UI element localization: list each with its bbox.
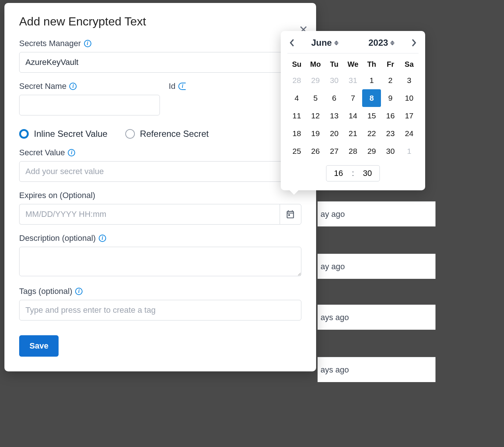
bg-list-row: ays ago [318, 357, 435, 382]
minute-input[interactable]: 30 [361, 169, 374, 178]
calendar-day[interactable]: 25 [287, 142, 306, 160]
calendar-day[interactable]: 15 [362, 107, 381, 125]
calendar-day[interactable]: 2 [381, 72, 400, 89]
radio-inline-secret[interactable]: Inline Secret Value [19, 129, 108, 139]
info-icon[interactable]: i [99, 235, 106, 242]
weekday-header: Mo [306, 57, 325, 72]
calendar-day[interactable]: 8 [362, 89, 381, 107]
bg-list-row: ay ago [318, 254, 435, 279]
weekday-header: We [344, 57, 363, 72]
info-icon[interactable]: i [68, 149, 75, 156]
calendar-grid: SuMoTuWeThFrSa28293031123456789101112131… [287, 57, 419, 160]
calendar-day[interactable]: 20 [325, 125, 344, 142]
add-encrypted-text-modal: ✕ Add new Encrypted Text Secrets Manager… [4, 3, 316, 371]
calendar-day[interactable]: 9 [381, 89, 400, 107]
calendar-day[interactable]: 27 [325, 142, 344, 160]
calendar-day[interactable]: 1 [362, 72, 381, 89]
calendar-day[interactable]: 16 [381, 107, 400, 125]
bg-list-row: ay ago [318, 201, 435, 226]
chevron-left-icon [289, 39, 294, 47]
calendar-button[interactable] [280, 204, 301, 225]
calendar-day[interactable]: 11 [287, 107, 306, 125]
description-label: Description (optional) i [19, 233, 301, 243]
secret-value-input[interactable] [19, 161, 301, 182]
calendar-day[interactable]: 18 [287, 125, 306, 142]
calendar-day[interactable]: 22 [362, 125, 381, 142]
chevron-right-icon [412, 39, 417, 47]
calendar-day[interactable]: 4 [287, 89, 306, 107]
secrets-manager-label: Secrets Manager i [19, 39, 301, 48]
calendar-day[interactable]: 24 [400, 125, 419, 142]
info-icon[interactable]: i [75, 288, 83, 295]
radio-icon [19, 129, 29, 139]
info-icon[interactable]: i [84, 40, 91, 47]
weekday-header: Tu [325, 57, 344, 72]
secret-value-label: Secret Value i [19, 148, 301, 157]
modal-title: Add new Encrypted Text [19, 15, 301, 28]
calendar-day[interactable]: 17 [400, 107, 419, 125]
calendar-day[interactable]: 29 [306, 72, 325, 89]
prev-month-button[interactable] [287, 38, 296, 47]
expires-label: Expires on (Optional) [19, 191, 301, 200]
calendar-day[interactable]: 21 [344, 125, 363, 142]
calendar-day[interactable]: 3 [400, 72, 419, 89]
tags-input[interactable] [19, 300, 301, 320]
month-select[interactable]: June [311, 38, 339, 48]
calendar-day[interactable]: 26 [306, 142, 325, 160]
radio-reference-secret[interactable]: Reference Secret [125, 129, 209, 139]
sort-icon [390, 41, 395, 45]
info-icon[interactable]: i [178, 83, 186, 90]
radio-icon [125, 129, 135, 139]
description-textarea[interactable] [19, 247, 301, 276]
calendar-day[interactable]: 30 [381, 142, 400, 160]
calendar-day[interactable]: 23 [381, 125, 400, 142]
secret-type-radio-group: Inline Secret Value Reference Secret [19, 129, 301, 139]
calendar-day[interactable]: 1 [400, 142, 419, 160]
year-select[interactable]: 2023 [368, 38, 395, 48]
weekday-header: Su [287, 57, 306, 72]
calendar-icon [286, 209, 295, 219]
secret-name-input[interactable] [19, 95, 160, 115]
expires-input[interactable] [19, 204, 280, 225]
calendar-day[interactable]: 29 [362, 142, 381, 160]
info-icon[interactable]: i [69, 83, 77, 90]
hour-input[interactable]: 16 [332, 169, 345, 178]
calendar-day[interactable]: 6 [325, 89, 344, 107]
calendar-day[interactable]: 28 [287, 72, 306, 89]
bg-list-row: ays ago [318, 305, 435, 330]
weekday-header: Th [362, 57, 381, 72]
calendar-day[interactable]: 13 [325, 107, 344, 125]
secret-name-label: Secret Name i [19, 82, 160, 91]
calendar-day[interactable]: 7 [344, 89, 363, 107]
time-picker[interactable]: 16 : 30 [326, 165, 379, 181]
secrets-manager-select[interactable] [19, 52, 301, 73]
date-picker-popover: June 2023 SuMoTuWeThFrSa2829303112345678… [281, 31, 425, 190]
save-button[interactable]: Save [19, 335, 59, 357]
calendar-day[interactable]: 14 [344, 107, 363, 125]
calendar-day[interactable]: 12 [306, 107, 325, 125]
sort-icon [334, 41, 339, 45]
next-month-button[interactable] [410, 38, 419, 47]
calendar-day[interactable]: 30 [325, 72, 344, 89]
tags-label: Tags (optional) i [19, 287, 301, 296]
calendar-day[interactable]: 10 [400, 89, 419, 107]
weekday-header: Fr [381, 57, 400, 72]
calendar-day[interactable]: 28 [344, 142, 363, 160]
calendar-day[interactable]: 19 [306, 125, 325, 142]
calendar-day[interactable]: 5 [306, 89, 325, 107]
calendar-day[interactable]: 31 [344, 72, 363, 89]
weekday-header: Sa [400, 57, 419, 72]
